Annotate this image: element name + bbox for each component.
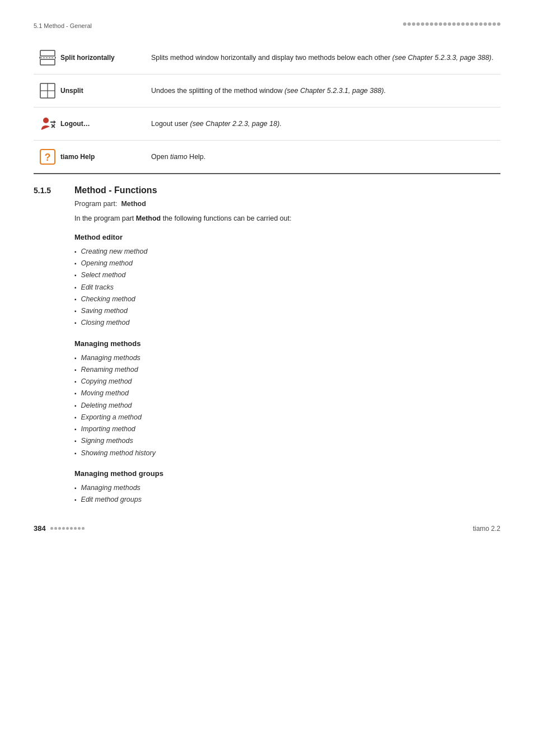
list-item-text: Saving method xyxy=(81,305,128,317)
page-number: 384 xyxy=(34,524,46,533)
list-item-text: Edit method groups xyxy=(81,494,142,506)
list-item-text: Managing methods xyxy=(81,352,140,364)
svg-rect-0 xyxy=(40,50,55,56)
subsection-title-method-editor: Method editor xyxy=(74,233,500,241)
table-row: Logout… Logout user (see Chapter 2.2.3, … xyxy=(34,108,500,141)
section-515-header: 5.1.5 Method - Functions xyxy=(34,185,500,195)
bullet-list-managing-methods: Managing methods Renaming method Copying… xyxy=(74,352,500,459)
list-item: Signing methods xyxy=(74,435,500,447)
list-item-text: Exporting a method xyxy=(81,412,142,423)
list-item: Checking method xyxy=(74,293,500,305)
list-item-text: Checking method xyxy=(81,293,135,305)
page-number-area: 384 xyxy=(34,524,85,533)
help-icon: ? xyxy=(39,148,56,165)
list-item-text: Select method xyxy=(81,269,126,281)
svg-point-8 xyxy=(43,118,49,123)
table-row: ? tiamo Help Open tiamo Help. xyxy=(34,141,500,174)
bullet-list-method-editor: Creating new method Opening method Selec… xyxy=(74,246,500,329)
svg-rect-1 xyxy=(40,59,55,65)
list-item: Exporting a method xyxy=(74,412,500,423)
intro-text: In the program part Method the following… xyxy=(74,213,500,224)
program-part-value: Method xyxy=(121,200,146,208)
list-item-text: Showing method history xyxy=(81,447,156,459)
list-item-text: Deleting method xyxy=(81,400,132,412)
split-horizontally-icon xyxy=(39,49,56,66)
list-item-text: Moving method xyxy=(81,388,129,399)
list-item: Creating new method xyxy=(74,246,500,258)
page: 5.1 Method - General xyxy=(0,0,534,549)
list-item-text: Closing method xyxy=(81,317,130,329)
logout-icon xyxy=(39,115,56,132)
desc-cell-logout: Logout user (see Chapter 2.2.3, page 18)… xyxy=(146,108,500,141)
svg-text:?: ? xyxy=(45,152,51,163)
icon-wrapper-help: ? tiamo Help xyxy=(39,148,140,165)
page-footer: 384 tiamo 2.2 xyxy=(34,524,500,533)
list-item: Showing method history xyxy=(74,447,500,459)
subsection-title-managing-methods: Managing methods xyxy=(74,339,500,348)
icon-cell-split: Split horizontally xyxy=(34,41,146,74)
list-item: Renaming method xyxy=(74,364,500,376)
list-item: Importing method xyxy=(74,423,500,435)
list-item-text: Renaming method xyxy=(81,364,138,376)
list-item-text: Edit tracks xyxy=(81,282,114,293)
icon-wrapper-logout: Logout… xyxy=(39,115,140,132)
header-decoration xyxy=(403,22,500,26)
icon-cell-help: ? tiamo Help xyxy=(34,141,146,174)
unsplit-label: Unsplit xyxy=(60,87,83,95)
section-number: 5.1.5 xyxy=(34,186,64,195)
program-part-label: Program part: xyxy=(74,200,117,208)
unsplit-icon xyxy=(39,82,56,99)
footer-brand: tiamo 2.2 xyxy=(473,525,500,533)
list-item-text: Managing methods xyxy=(81,482,140,494)
svg-marker-4 xyxy=(39,56,40,59)
section-content: Program part: Method In the program part… xyxy=(74,200,500,506)
desc-cell-help: Open tiamo Help. xyxy=(146,141,500,174)
list-item-text: Copying method xyxy=(81,376,132,388)
svg-marker-3 xyxy=(55,56,56,59)
icon-wrapper-split: Split horizontally xyxy=(39,49,140,66)
icon-table: Split horizontally Splits method window … xyxy=(34,41,500,174)
list-item-text: Creating new method xyxy=(81,246,148,258)
list-item: Copying method xyxy=(74,376,500,388)
bullet-list-method-groups: Managing methods Edit method groups xyxy=(74,482,500,506)
subsection-method-editor: Method editor Creating new method Openin… xyxy=(74,233,500,329)
desc-cell-unsplit: Undoes the splitting of the method windo… xyxy=(146,74,500,108)
list-item-text: Opening method xyxy=(81,258,133,269)
list-item: Opening method xyxy=(74,258,500,269)
subsection-title-method-groups: Managing method groups xyxy=(74,469,500,478)
section-title: Method - Functions xyxy=(74,185,157,195)
icon-wrapper-unsplit: Unsplit xyxy=(39,82,140,99)
icon-cell-logout: Logout… xyxy=(34,108,146,141)
list-item: Moving method xyxy=(74,388,500,399)
footer-dots xyxy=(50,527,85,530)
split-horizontally-label: Split horizontally xyxy=(60,54,115,62)
subsection-managing-methods: Managing methods Managing methods Renami… xyxy=(74,339,500,459)
page-header: 5.1 Method - General xyxy=(34,22,500,31)
chapter-label: 5.1 Method - General xyxy=(34,22,92,29)
icon-cell-unsplit: Unsplit xyxy=(34,74,146,108)
logout-label: Logout… xyxy=(60,120,90,128)
program-part-line: Program part: Method xyxy=(74,200,500,208)
list-item: Closing method xyxy=(74,317,500,329)
list-item-text: Importing method xyxy=(81,423,135,435)
list-item: Saving method xyxy=(74,305,500,317)
list-item: Select method xyxy=(74,269,500,281)
list-item: Managing methods xyxy=(74,482,500,494)
list-item: Edit tracks xyxy=(74,282,500,293)
list-item: Edit method groups xyxy=(74,494,500,506)
subsection-method-groups: Managing method groups Managing methods … xyxy=(74,469,500,506)
svg-marker-11 xyxy=(54,120,56,124)
list-item: Managing methods xyxy=(74,352,500,364)
desc-cell-split: Splits method window horizontally and di… xyxy=(146,41,500,74)
table-row: Split horizontally Splits method window … xyxy=(34,41,500,74)
list-item: Deleting method xyxy=(74,400,500,412)
tiamo-help-label: tiamo Help xyxy=(60,153,95,161)
list-item-text: Signing methods xyxy=(81,435,133,447)
table-row: Unsplit Undoes the splitting of the meth… xyxy=(34,74,500,108)
